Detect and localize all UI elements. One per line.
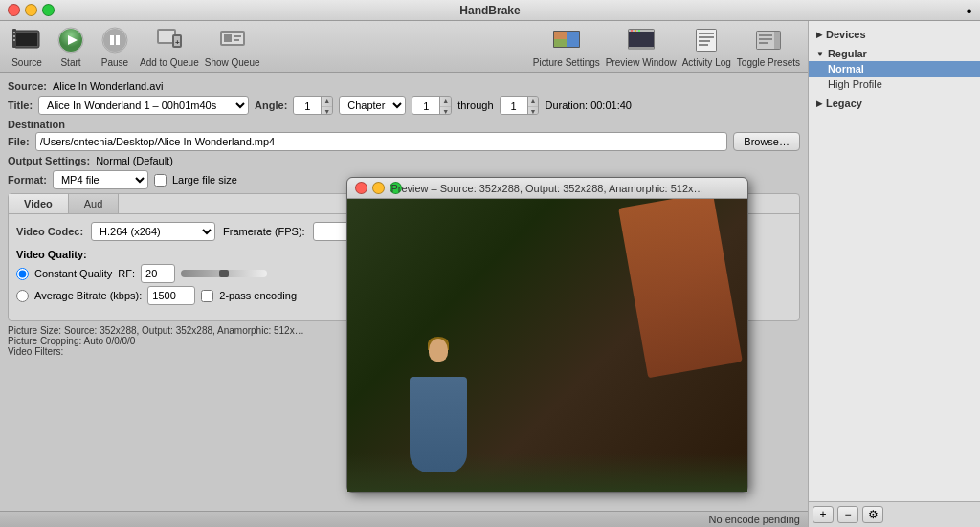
preset-options-button[interactable]: ⚙ <box>862 506 883 523</box>
browse-button[interactable]: Browse… <box>733 132 800 151</box>
tab-audio[interactable]: Aud <box>69 194 120 213</box>
angle-label: Angle: <box>255 99 287 111</box>
source-value: Alice In Wonderland.avi <box>53 80 163 92</box>
pause-icon <box>100 25 130 55</box>
chapter-to-up[interactable]: ▲ <box>528 97 539 107</box>
remove-preset-button[interactable]: − <box>837 506 858 523</box>
add-queue-button[interactable]: + Add to Queue <box>140 25 199 68</box>
svg-rect-43 <box>774 32 780 49</box>
codec-select[interactable]: H.264 (x264) <box>91 222 215 241</box>
legacy-triangle-icon: ▶ <box>816 99 822 108</box>
start-label: Start <box>60 57 80 68</box>
show-queue-button[interactable]: Show Queue <box>205 25 260 68</box>
source-button[interactable]: Source <box>8 25 46 68</box>
rf-input[interactable] <box>141 264 175 283</box>
svg-point-33 <box>635 30 636 32</box>
sidebar: ▶ Devices ▼ Regular Normal High Profile … <box>808 21 980 527</box>
svg-rect-30 <box>629 47 654 50</box>
toggle-presets-icon <box>753 25 784 55</box>
sidebar-legacy-header[interactable]: ▶ Legacy <box>809 96 980 111</box>
preview-title-text: Preview – Source: 352x288, Output: 352x2… <box>390 183 703 194</box>
svg-rect-29 <box>629 32 654 47</box>
toggle-presets-button[interactable]: Toggle Presets <box>737 25 800 68</box>
svg-rect-38 <box>699 36 714 38</box>
file-path-input[interactable] <box>35 132 728 151</box>
chapter-from-down[interactable]: ▼ <box>440 107 451 115</box>
svg-rect-40 <box>699 44 708 46</box>
chapter-from-stepper[interactable]: 1 ▲ ▼ <box>412 96 452 115</box>
angle-down[interactable]: ▼ <box>322 107 332 115</box>
output-settings-label: Output Settings: <box>8 155 90 166</box>
preview-window: Preview – Source: 352x288, Output: 352x2… <box>346 177 748 493</box>
close-button[interactable] <box>8 4 20 16</box>
sidebar-item-normal[interactable]: Normal <box>809 61 980 77</box>
chapters-select[interactable]: Chapters <box>339 96 406 115</box>
add-queue-label: Add to Queue <box>140 57 199 68</box>
large-file-checkbox[interactable] <box>154 174 167 187</box>
svg-rect-5 <box>13 39 15 41</box>
preview-close-button[interactable] <box>355 182 368 194</box>
title-select[interactable]: Alice In Wonderland 1 – 00h01m40s <box>38 96 249 115</box>
picture-settings-button[interactable]: Picture Settings <box>533 25 600 68</box>
toolbar: Source S <box>0 21 808 73</box>
preview-window-button[interactable]: Preview Window <box>606 25 677 68</box>
sidebar-footer: + − ⚙ <box>809 501 980 527</box>
avg-bitrate-radio[interactable] <box>16 290 29 302</box>
duration-label: Duration: 00:01:40 <box>545 99 632 111</box>
chapter-from-up[interactable]: ▲ <box>440 97 451 107</box>
minimize-button[interactable] <box>25 4 37 16</box>
title-label: Title: <box>8 99 33 111</box>
through-label: through <box>457 99 493 111</box>
twopass-checkbox[interactable] <box>201 290 213 302</box>
sidebar-group-devices: ▶ Devices <box>809 25 980 44</box>
activity-log-button[interactable]: Activity Log <box>682 25 731 68</box>
source-label: Source <box>11 57 42 68</box>
preview-window-icon <box>626 25 657 55</box>
angle-stepper[interactable]: 1 ▲ ▼ <box>293 96 333 115</box>
format-select[interactable]: MP4 file <box>53 170 148 189</box>
title-row: Title: Alice In Wonderland 1 – 00h01m40s… <box>8 96 800 115</box>
bitrate-input[interactable] <box>147 286 195 305</box>
show-queue-label: Show Queue <box>205 57 260 68</box>
status-text: No encode pending <box>709 514 800 525</box>
maximize-button[interactable] <box>42 4 55 16</box>
quality-slider[interactable] <box>181 270 267 277</box>
figure-dress <box>410 377 467 472</box>
svg-rect-21 <box>234 35 241 37</box>
svg-point-34 <box>638 30 640 32</box>
angle-up[interactable]: ▲ <box>322 97 332 107</box>
preview-minimize-button[interactable] <box>372 182 385 194</box>
add-queue-icon: + <box>154 25 185 55</box>
chapter-to-stepper[interactable]: 1 ▲ ▼ <box>500 96 540 115</box>
regular-triangle-icon: ▼ <box>816 50 824 58</box>
sidebar-regular-header[interactable]: ▼ Regular <box>809 46 980 61</box>
sidebar-devices-header[interactable]: ▶ Devices <box>809 27 980 42</box>
picture-settings-label: Picture Settings <box>533 57 600 68</box>
sidebar-group-regular: ▼ Regular Normal High Profile <box>809 44 980 94</box>
svg-rect-44 <box>759 34 772 36</box>
svg-rect-46 <box>759 42 768 44</box>
sidebar-item-high-profile[interactable]: High Profile <box>809 77 980 92</box>
source-label: Source: <box>8 80 47 92</box>
rf-label: RF: <box>118 268 135 279</box>
svg-rect-12 <box>116 35 120 45</box>
file-label: File: <box>8 136 30 147</box>
window-controls <box>8 4 55 16</box>
play-icon <box>56 25 86 55</box>
legacy-label: Legacy <box>826 98 862 109</box>
pause-button[interactable]: Pause <box>96 25 134 68</box>
chapter-to-down[interactable]: ▼ <box>528 107 539 115</box>
destination-header: Destination <box>8 119 800 130</box>
twopass-label: 2-pass encoding <box>219 290 297 301</box>
svg-rect-45 <box>759 38 772 40</box>
app-title: HandBrake <box>459 4 520 17</box>
sidebar-content: ▶ Devices ▼ Regular Normal High Profile … <box>809 21 980 501</box>
tab-video[interactable]: Video <box>9 194 69 213</box>
large-file-label: Large file size <box>172 174 237 186</box>
avg-bitrate-label: Average Bitrate (kbps): <box>34 290 142 301</box>
svg-text:+: + <box>175 38 180 47</box>
start-button[interactable]: Start <box>52 25 90 68</box>
regular-label: Regular <box>828 48 867 59</box>
constant-quality-radio[interactable] <box>16 268 29 280</box>
add-preset-button[interactable]: + <box>813 506 834 523</box>
